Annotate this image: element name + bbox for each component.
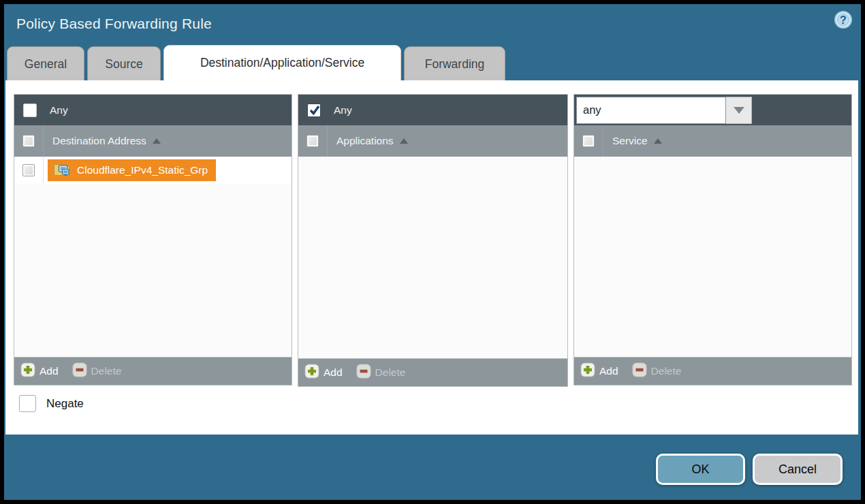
applications-add-button[interactable]: Add — [304, 364, 343, 381]
negate-checkbox[interactable] — [19, 395, 36, 412]
minus-icon — [356, 364, 371, 381]
service-header-checkbox-cell — [574, 125, 603, 157]
applications-any-label: Any — [334, 104, 352, 116]
add-label: Add — [324, 366, 343, 379]
service-list — [574, 157, 851, 357]
page-title: Policy Based Forwarding Rule — [16, 16, 212, 32]
tab-bar: General Source Destination/Application/S… — [7, 46, 505, 80]
applications-select-all-checkbox[interactable] — [306, 135, 319, 147]
applications-delete-button[interactable]: Delete — [356, 364, 406, 381]
applications-panel: Any Applications Add — [298, 94, 568, 387]
add-label: Add — [599, 365, 618, 377]
plus-icon — [580, 362, 595, 380]
service-dropdown-bar: any — [574, 95, 851, 125]
applications-any-bar: Any — [298, 95, 567, 125]
destination-list: Cloudflare_IPv4_Static_Grp — [14, 157, 292, 357]
dropdown-arrow-button[interactable] — [726, 97, 752, 124]
help-icon[interactable]: ? — [834, 10, 853, 29]
service-dropdown-value[interactable]: any — [576, 97, 726, 124]
ok-button[interactable]: OK — [656, 454, 745, 485]
svg-text:?: ? — [840, 14, 847, 26]
row-checkbox[interactable] — [22, 164, 35, 176]
negate-row: Negate — [19, 395, 84, 412]
destination-any-bar: Any — [14, 95, 292, 125]
applications-header-checkbox-cell — [298, 125, 328, 157]
applications-column-title[interactable]: Applications — [336, 135, 394, 147]
applications-column-header: Applications — [298, 125, 567, 157]
applications-any-checkbox[interactable] — [307, 104, 321, 117]
destination-item-label: Cloudflare_IPv4_Static_Grp — [77, 164, 208, 176]
tab-general[interactable]: General — [7, 46, 84, 80]
row-checkbox-cell — [14, 157, 44, 184]
address-group-icon — [53, 162, 70, 179]
sort-asc-icon — [153, 138, 161, 144]
applications-footer: Add Delete — [298, 358, 567, 386]
service-column-title[interactable]: Service — [612, 135, 648, 147]
service-add-button[interactable]: Add — [580, 362, 618, 380]
applications-list — [298, 157, 567, 358]
policy-forwarding-dialog: Policy Based Forwarding Rule ? General S… — [4, 4, 861, 500]
tab-destination-application-service[interactable]: Destination/Application/Service — [163, 45, 401, 80]
destination-column-title[interactable]: Destination Address — [52, 135, 146, 147]
destination-delete-button[interactable]: Delete — [72, 362, 122, 380]
destination-column-header: Destination Address — [14, 125, 292, 157]
tab-forwarding[interactable]: Forwarding — [404, 46, 505, 80]
service-select-all-checkbox[interactable] — [582, 135, 595, 147]
minus-icon — [72, 362, 87, 380]
service-dropdown[interactable]: any — [576, 97, 752, 124]
destination-any-checkbox[interactable] — [23, 104, 37, 117]
minus-icon — [632, 362, 647, 380]
destination-add-button[interactable]: Add — [20, 362, 59, 380]
tab-source[interactable]: Source — [87, 46, 161, 80]
delete-label: Delete — [651, 365, 682, 377]
destination-header-checkbox-cell — [14, 125, 44, 157]
delete-label: Delete — [375, 366, 406, 379]
plus-icon — [304, 364, 319, 381]
destination-footer: Add Delete — [14, 357, 292, 385]
sort-asc-icon — [400, 138, 408, 144]
tab-content: Any Destination Address — [5, 80, 858, 435]
service-panel: any Service — [573, 94, 852, 385]
sort-asc-icon — [654, 138, 662, 144]
plus-icon — [20, 362, 35, 380]
add-label: Add — [40, 365, 59, 377]
service-column-header: Service — [574, 125, 851, 157]
title-bar: Policy Based Forwarding Rule — [4, 4, 861, 44]
destination-address-panel: Any Destination Address — [14, 94, 292, 385]
destination-item[interactable]: Cloudflare_IPv4_Static_Grp — [48, 159, 216, 181]
table-row: Cloudflare_IPv4_Static_Grp — [14, 157, 292, 184]
service-delete-button[interactable]: Delete — [632, 362, 682, 380]
destination-any-label: Any — [50, 104, 68, 116]
chevron-down-icon — [734, 107, 744, 114]
negate-label: Negate — [46, 397, 84, 411]
delete-label: Delete — [91, 365, 122, 377]
service-footer: Add Delete — [574, 357, 851, 385]
destination-select-all-checkbox[interactable] — [22, 135, 35, 147]
cancel-button[interactable]: Cancel — [753, 454, 843, 485]
